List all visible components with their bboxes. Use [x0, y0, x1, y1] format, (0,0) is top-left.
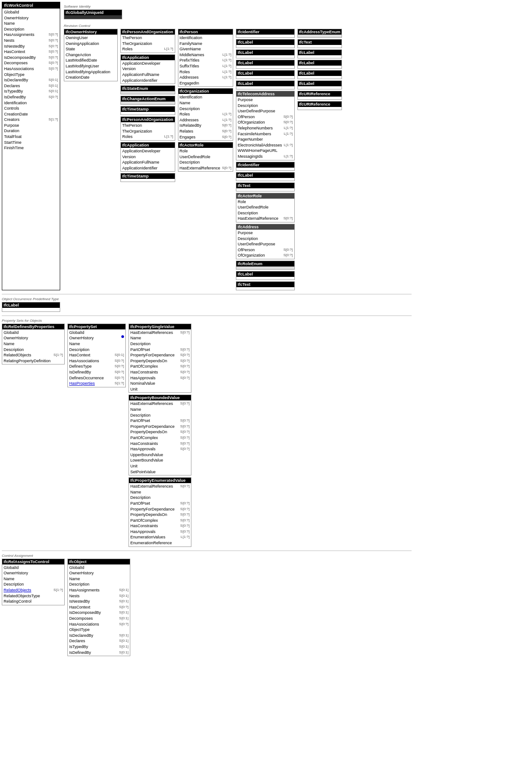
- control-assignment-label: Control Assignment: [2, 554, 412, 558]
- ifcrelassignstocontrol-title: IfcRelAssignsToControl: [2, 559, 64, 564]
- ifcgloballyuniqueid-title: IfcGloballyUniqueId: [64, 10, 122, 15]
- ifcobject-title: IfcObject: [68, 559, 130, 564]
- ifclabel11-title: IfcLabel: [298, 81, 342, 86]
- revision-control-section: Revision Control IfcOwnerHistory OwningU…: [64, 21, 412, 290]
- ifcpersonandorganization2-title: IfcPersonAndOrganization: [121, 117, 175, 122]
- ifcworkcontrol-title: IfcWorkControl: [2, 2, 60, 9]
- ifclabel2-box: IfcLabel: [236, 49, 295, 58]
- ifcorganization-title: IfcOrganization: [178, 89, 233, 94]
- ifclabel2-title: IfcLabel: [236, 50, 294, 55]
- ifcorganization-box: IfcOrganization Identification Name Desc…: [178, 88, 233, 141]
- ifclabel7-box: IfcLabel: [236, 271, 295, 280]
- ifcreldefinesbyproperties-title: IfcRelDefinesByProperties: [2, 324, 64, 329]
- ifclabel4-box: IfcLabel: [236, 70, 295, 79]
- ifctimestamp1-title: IfcTimeStamp: [121, 107, 175, 112]
- ifcobject-box: IfcObject GlobalId OwnerHistory Name Des…: [67, 559, 130, 657]
- ifcchangeactionenum-box: IfcChangeActionEnum: [120, 96, 175, 105]
- ifclabel4-title: IfcLabel: [236, 71, 294, 76]
- ifclabel9-title: IfcLabel: [298, 60, 342, 66]
- ifcactorrole1-box: IfcActorRole Role UserDefinedRole Descri…: [178, 142, 233, 172]
- ifcpropertysinglevalue-box: IfcPropertySingleValue HasExternalRefere…: [129, 324, 191, 393]
- ifcaddresstypeenum-box: IfcAddressTypeEnum: [297, 29, 342, 38]
- ifclabel8-title: IfcLabel: [298, 50, 342, 55]
- ifcownerhistory-title: IfcOwnerHistory: [64, 29, 117, 35]
- ifcaddress-box: IfcAddress Purpose Description UserDefin…: [236, 224, 295, 259]
- software-identity-label: Software Identity: [64, 4, 412, 9]
- property-sets-section: Property Sets for Objects IfcRelDefinesB…: [2, 319, 412, 547]
- ifclabel3-box: IfcLabel: [236, 60, 295, 69]
- ifcidentifier1-title: IfcIdentifier: [236, 29, 294, 35]
- ifctext1-title: IfcText: [236, 183, 294, 188]
- ifcpropertyset-box: IfcPropertySet GlobalId OwnerHistory Nam…: [67, 324, 126, 387]
- ifcactorrole2-title: IfcActorRole: [236, 193, 294, 199]
- ifctelecomaddress-title: IfcTelecomAddress: [236, 91, 294, 97]
- ifctext3-box: IfcText: [297, 39, 342, 48]
- property-sets-label: Property Sets for Objects: [2, 319, 412, 323]
- ifclabel3-title: IfcLabel: [236, 60, 294, 66]
- ifclabel10-title: IfcLabel: [298, 71, 342, 76]
- ifcreldefinesbyproperties-box: IfcRelDefinesByProperties GlobalId Owner…: [2, 324, 65, 365]
- ifclabel11-box: IfcLabel: [297, 80, 342, 89]
- ifcurireference1-title: IfcURIReference: [298, 91, 342, 97]
- ifcpropertyenumeratedvalue-box: IfcPropertyEnumeratedValue HasExternalRe…: [129, 477, 191, 547]
- ifclabel9-box: IfcLabel: [297, 60, 342, 69]
- object-occurrence-label: Object Occurrence Predefined Type: [2, 297, 412, 301]
- software-identity-section: Software Identity IfcGloballyUniqueId: [64, 2, 412, 19]
- ifcpropertyboundedvalue-title: IfcPropertyBoundedValue: [129, 395, 191, 400]
- ifcrelassignstocontrol-box: IfcRelAssignsToControl GlobalId OwnerHis…: [2, 559, 65, 605]
- ifctimestamp2-title: IfcTimeStamp: [121, 173, 175, 179]
- control-assignment-section: Control Assignment IfcRelAssignsToContro…: [2, 554, 412, 657]
- ifcpropertysinglevalue-title: IfcPropertySingleValue: [129, 324, 191, 329]
- ifclabel1-title: IfcLabel: [236, 40, 294, 45]
- ifcapplication1-title: IfcApplication: [121, 55, 175, 60]
- ifcapplication2-title: IfcApplication: [121, 142, 175, 148]
- revision-control-label: Revision Control: [64, 24, 412, 28]
- ifcidentifier2-title: IfcIdentifier: [236, 162, 294, 168]
- ifclabel5-title: IfcLabel: [236, 81, 294, 86]
- ifcapplication2-box: IfcApplication ApplicationDeveloper Vers…: [120, 142, 175, 172]
- ifctext1-box: IfcText: [236, 182, 295, 191]
- ifcaddress-title: IfcAddress: [236, 224, 294, 230]
- ifclabel10-box: IfcLabel: [297, 70, 342, 79]
- ifcpersonandorganization1-box: IfcPersonAndOrganization ThePerson TheOr…: [120, 29, 175, 53]
- section-divider-2: [2, 315, 412, 316]
- ifcroleenum-box: IfcRoleEnum: [236, 261, 295, 270]
- ifcperson-box: IfcPerson Identification FamilyName Give…: [178, 29, 233, 87]
- ifcworkcontrol-box: IfcWorkControl GlobalId OwnerHistory Nam…: [2, 2, 60, 290]
- ifclabel6-title: IfcLabel: [236, 173, 294, 178]
- section-divider-1: [2, 294, 412, 294]
- ifcworkcontrol-body: GlobalId OwnerHistory Name Description H…: [2, 9, 60, 152]
- ifcactorrole2-box: IfcActorRole Role UserDefinedRole Descri…: [236, 193, 295, 222]
- ifcurireference2-box: IfcURIReference: [297, 101, 342, 110]
- ifclabel5-box: IfcLabel: [236, 80, 295, 89]
- ifcpropertyset-title: IfcPropertySet: [68, 324, 125, 329]
- ifcownerhistory-box: IfcOwnerHistory OwningUser OwningApplica…: [64, 29, 118, 81]
- ifcidentifier2-box: IfcIdentifier: [236, 162, 295, 171]
- ifclabel7-title: IfcLabel: [236, 271, 294, 277]
- ifcpersonandorganization2-box: IfcPersonAndOrganization ThePerson TheOr…: [120, 116, 175, 141]
- object-occurrence-section: Object Occurrence Predefined Type IfcLab…: [2, 297, 412, 312]
- ifctimestamp2-box: IfcTimeStamp: [120, 173, 175, 182]
- ifcurireference2-title: IfcURIReference: [298, 102, 342, 107]
- ifcapplication1-box: IfcApplication ApplicationDeveloper Vers…: [120, 54, 175, 84]
- section-divider-3: [2, 551, 412, 551]
- ifclabel1-box: IfcLabel: [236, 39, 295, 48]
- ifctext2-box: IfcText: [236, 281, 295, 290]
- ifcurireference1-box: IfcURIReference: [297, 91, 342, 100]
- ifcstateenum-box: IfcStateEnum: [120, 85, 175, 94]
- diagram-container: IfcWorkControl GlobalId OwnerHistory Nam…: [0, 0, 413, 658]
- ifcpersonandorganization1-title: IfcPersonAndOrganization: [121, 29, 175, 35]
- ifctext3-title: IfcText: [298, 40, 342, 45]
- ifcperson-title: IfcPerson: [178, 29, 233, 35]
- ifclabel-occurrence-title: IfcLabel: [2, 302, 60, 308]
- ifclabel8-box: IfcLabel: [297, 49, 342, 58]
- ifcpropertyboundedvalue-box: IfcPropertyBoundedValue HasExternalRefer…: [129, 395, 191, 475]
- ifcpropertyenumeratedvalue-title: IfcPropertyEnumeratedValue: [129, 478, 191, 483]
- ifclabel6-box: IfcLabel: [236, 172, 295, 181]
- ifcidentifier1-box: IfcIdentifier: [236, 29, 295, 38]
- ifctelecomaddress-box: IfcTelecomAddress Purpose Description Us…: [236, 91, 295, 160]
- ifcgloballyuniqueid-body: [64, 15, 122, 19]
- ifctimestamp1-box: IfcTimeStamp: [120, 106, 175, 115]
- ifcactorrole1-title: IfcActorRole: [178, 142, 233, 148]
- ifctext2-title: IfcText: [236, 282, 294, 287]
